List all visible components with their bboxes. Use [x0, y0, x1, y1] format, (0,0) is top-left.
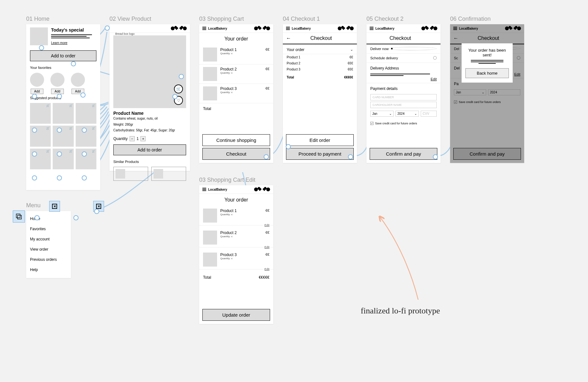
circle-icon[interactable] — [266, 26, 270, 30]
frame-label-checkout2: 05 Checkout 2 — [366, 16, 403, 22]
heart-icon[interactable] — [177, 26, 181, 31]
similar-card[interactable] — [113, 167, 148, 181]
update-order-button[interactable]: Update order — [202, 309, 270, 321]
add-to-order-button[interactable]: Add to order — [30, 50, 96, 61]
menu-item-view-order[interactable]: View order — [30, 244, 67, 254]
edit-link[interactable]: Edit — [199, 224, 273, 227]
heart-icon[interactable] — [260, 187, 264, 192]
add-to-order-button[interactable]: Add to order — [113, 144, 186, 155]
heart-icon[interactable] — [427, 26, 432, 31]
edit-order-button[interactable]: Edit order — [286, 134, 354, 146]
similar-card[interactable] — [151, 167, 186, 181]
prototype-node[interactable] — [57, 94, 62, 99]
promo: Today's special Learn more — [26, 24, 100, 48]
prototype-node[interactable] — [179, 74, 184, 79]
item-image — [203, 231, 217, 245]
prototype-node[interactable] — [57, 175, 62, 180]
save-card-checkbox[interactable]: ✓Save credit card for future orders — [366, 118, 441, 125]
item-price: €€ — [266, 48, 269, 62]
menu-item-favorites[interactable]: Favorites — [30, 224, 67, 234]
prototype-node[interactable] — [71, 61, 76, 66]
menu-icon[interactable] — [286, 27, 290, 30]
prototype-node[interactable] — [82, 128, 87, 133]
menu-icon[interactable] — [202, 27, 206, 30]
prototype-node[interactable] — [286, 144, 291, 149]
prototype-node[interactable] — [80, 92, 86, 98]
item-info: Product 1Quantity: x — [220, 209, 262, 223]
menu-item-previous-orders[interactable]: Previous orders — [30, 254, 67, 265]
favorites-heading: Your favorites — [26, 64, 100, 71]
frame-checkout2: LocalBakery Checkout Deliver now Schedul… — [366, 24, 441, 163]
prototype-node[interactable] — [82, 151, 87, 157]
product-tile[interactable]: 🛒 — [76, 149, 96, 169]
menu-item-help[interactable]: Help — [30, 265, 67, 275]
prototype-node[interactable] — [105, 26, 110, 31]
heart-icon[interactable] — [343, 26, 348, 31]
prototype-node[interactable] — [57, 128, 62, 133]
cart-circle-icon[interactable]: 🛒 — [174, 84, 183, 93]
heart-icon[interactable] — [260, 26, 264, 31]
prototype-node[interactable] — [57, 151, 62, 157]
cart-icon: 🛒 — [69, 127, 72, 130]
prototype-node[interactable] — [82, 175, 87, 180]
order-header[interactable]: Your order⌄ — [283, 44, 357, 54]
checkout-button[interactable]: Checkout — [202, 148, 270, 160]
learn-more-link[interactable]: Learn more — [51, 41, 67, 45]
product-tile[interactable]: 🛒 — [53, 126, 73, 146]
year-value: 2024 — [397, 112, 404, 115]
back-icon[interactable]: ← — [286, 35, 291, 41]
delivery-option[interactable]: Schedule delivery — [366, 54, 441, 63]
menu-item-account[interactable]: My account — [30, 234, 67, 244]
circle-icon[interactable] — [183, 26, 187, 30]
prototype-node[interactable] — [348, 154, 353, 159]
menu-icon[interactable] — [370, 27, 373, 30]
frame-home: Today's special Learn more Add to order … — [26, 24, 100, 190]
product-tile[interactable]: 🛒 — [53, 103, 73, 124]
promo-text: Today's special Learn more — [51, 27, 96, 45]
back-home-button[interactable]: Back home — [465, 68, 509, 78]
prototype-node[interactable] — [264, 154, 269, 159]
quantity-decrease-button[interactable]: − — [130, 136, 135, 141]
confirm-pay-button[interactable]: Confirm and pay — [370, 148, 437, 160]
frame-cart: LocalBakery Your order Product 1Quantity… — [199, 24, 273, 163]
edit-link[interactable]: Edit — [199, 246, 273, 249]
text-lines — [465, 60, 509, 64]
circle-icon[interactable] — [433, 26, 437, 30]
prototype-node[interactable] — [73, 215, 79, 220]
prototype-node[interactable] — [172, 94, 177, 99]
prototype-node[interactable] — [32, 151, 37, 157]
product-tile[interactable]: 🛒 — [30, 103, 51, 124]
prototype-node[interactable] — [32, 94, 37, 99]
cvv-input[interactable]: CVV — [421, 111, 437, 117]
prototype-node[interactable] — [32, 128, 37, 133]
prototype-node[interactable] — [34, 215, 40, 220]
prototype-node[interactable] — [32, 175, 37, 180]
cardholder-input[interactable]: CARDHOLDER NAME — [370, 102, 437, 108]
prototype-node[interactable] — [94, 209, 99, 214]
circle-icon[interactable] — [266, 187, 270, 191]
proceed-button[interactable]: Proceed to payment — [286, 148, 354, 160]
quantity-increase-button[interactable]: + — [140, 136, 146, 141]
year-select[interactable]: 2024⌄ — [396, 111, 419, 117]
prototype-node[interactable] — [433, 154, 438, 159]
continue-shopping-button[interactable]: Continue shopping — [202, 134, 270, 146]
add-button[interactable]: Add — [51, 89, 64, 94]
circle-icon[interactable] — [350, 26, 354, 30]
product-tile[interactable]: 🛒 — [76, 103, 96, 124]
card-number-input[interactable]: CARD NUMBER — [370, 94, 437, 100]
month-select[interactable]: Jan⌄ — [370, 111, 394, 117]
item-name: Product 2 — [220, 67, 262, 71]
delivery-option[interactable]: Deliver now — [366, 44, 441, 54]
sticky-note-icon[interactable] — [13, 210, 25, 223]
add-button[interactable]: Add — [31, 89, 43, 94]
line-price: €€€ — [348, 68, 353, 71]
cart-icon: 🛒 — [92, 150, 95, 153]
prototype-node[interactable] — [39, 45, 44, 50]
selected-close-box[interactable]: ✕ — [49, 201, 60, 212]
confirmation-message: Your order has been sent! — [465, 48, 509, 57]
chevron-down-icon: ⌄ — [389, 112, 392, 115]
product-tile[interactable]: 🛒 — [53, 149, 73, 169]
menu-icon[interactable] — [202, 188, 206, 191]
edit-link[interactable]: Edit — [199, 268, 273, 271]
edit-link[interactable]: Edit — [366, 77, 441, 83]
